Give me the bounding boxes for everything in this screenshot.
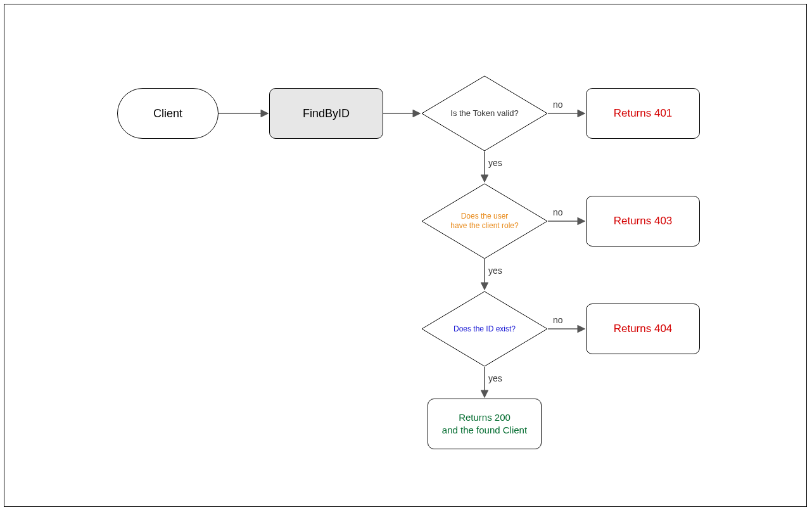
edge-label-yes-1: yes xyxy=(488,158,502,168)
process-findbyid: FindByID xyxy=(269,88,383,139)
edge-label-no-3: no xyxy=(553,315,563,325)
edge-label-yes-3: yes xyxy=(488,373,502,383)
decision-id: Does the ID exist? xyxy=(421,291,548,367)
decision-token: Is the Token valid? xyxy=(421,75,548,151)
arrows-layer xyxy=(4,4,808,508)
process-findbyid-label: FindByID xyxy=(303,107,350,120)
result-401-label: Returns 401 xyxy=(614,107,673,120)
edge-label-no-1: no xyxy=(553,99,563,110)
decision-token-label: Is the Token valid? xyxy=(421,75,548,151)
result-200: Returns 200 and the found Client xyxy=(428,399,542,449)
decision-role-label: Does the user have the client role? xyxy=(421,183,548,259)
decision-role: Does the user have the client role? xyxy=(421,183,548,259)
terminator-client: Client xyxy=(117,88,219,139)
result-404-label: Returns 404 xyxy=(614,323,673,335)
result-404: Returns 404 xyxy=(586,304,700,354)
edge-label-no-2: no xyxy=(553,207,563,217)
edge-label-yes-2: yes xyxy=(488,266,502,276)
result-403-label: Returns 403 xyxy=(614,215,673,227)
decision-id-label: Does the ID exist? xyxy=(421,291,548,367)
result-200-label: Returns 200 and the found Client xyxy=(442,411,527,437)
result-403: Returns 403 xyxy=(586,196,700,246)
diagram-frame: Client FindByID Is the Token valid? Retu… xyxy=(4,4,807,507)
result-401: Returns 401 xyxy=(586,88,700,139)
terminator-client-label: Client xyxy=(153,107,182,120)
